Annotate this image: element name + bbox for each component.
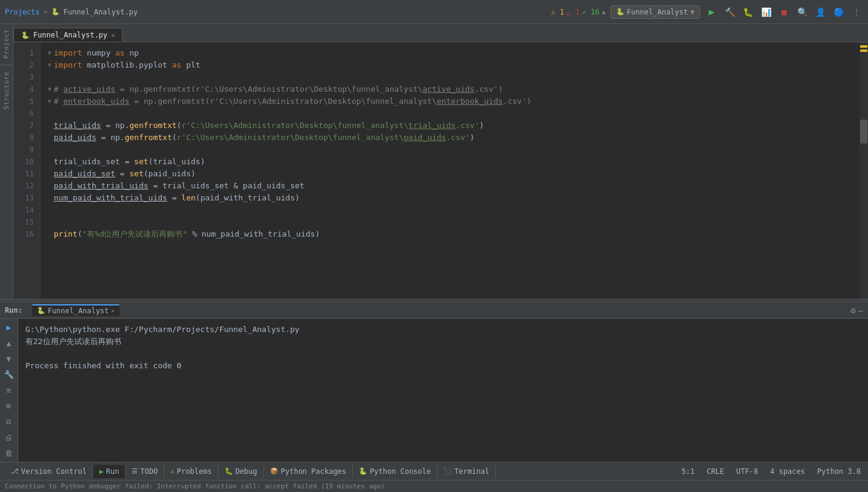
panel-list-btn[interactable]: ≡ [2, 384, 16, 396]
code-line-7: ▼ trial_uids = np.genfromtxt(r'C:\Users\… [48, 120, 852, 132]
python-console-icon: 🐍 [359, 467, 367, 475]
panel-delete-btn[interactable]: 🗑 [2, 447, 16, 459]
panel-scroll-down-btn[interactable]: ▼ [2, 353, 16, 365]
stop-button[interactable]: ■ [777, 5, 791, 19]
status-python-version[interactable]: Python 3.8 [815, 466, 863, 477]
status-tab-python-packages[interactable]: 📦 Python Packages [264, 465, 353, 478]
fold-icon-5[interactable]: ▼ [48, 95, 51, 107]
breadcrumb-sep: > [43, 8, 48, 16]
scroll-thumb[interactable] [860, 120, 867, 144]
main-area: Project Structure 🐍 Funnel_Analyst.py ✕ … [0, 24, 868, 299]
panel-minimize-icon[interactable]: — [858, 305, 863, 315]
code-line-4: ▼ # active_uids = np.genfromtxt(r'C:\Use… [48, 83, 852, 95]
project-sidebar-label[interactable]: Project [2, 24, 11, 63]
code-line-16: ▼ print("有%d位用户先试读后再购书" % num_paid_with_… [48, 228, 852, 240]
tab-file-icon: 🐍 [21, 31, 30, 39]
todo-icon: ☰ [132, 467, 138, 475]
status-tab-run[interactable]: ▶ Run [93, 465, 126, 478]
terminal-label: Terminal [454, 467, 489, 476]
run-config-selector[interactable]: 🐍 Funnel_Analyst ▼ [611, 5, 700, 19]
console-output: G:\Python\python.exe F:/Pycharm/Projects… [18, 319, 868, 462]
search-button[interactable]: 🔍 [796, 5, 809, 19]
code-line-11: ▼ paid_uids_set = set(paid_uids) [48, 168, 852, 180]
bottom-panel: Run: 🐍 Funnel_Analyst ✕ ⚙ — ▶ ▲ ▼ 🔧 ≡ ⊞ … [0, 302, 868, 462]
python-packages-label: Python Packages [281, 467, 346, 476]
scroll-warning-1 [860, 45, 867, 48]
console-line-2: 有22位用户先试读后再购书 [25, 336, 861, 348]
chevron-up-icon[interactable]: ▲ [602, 8, 606, 15]
status-right: 5:1 CRLE UTF-8 4 spaces Python 3.8 [679, 466, 863, 477]
notification-bar: Connection to Python debugger failed: In… [0, 480, 868, 492]
menu-button[interactable]: ⋮ [850, 5, 863, 19]
fold-icon-1[interactable]: ▼ [48, 47, 51, 59]
code-editor[interactable]: 1 2 3 4 5 6 7 8 9 10 11 12 13 14 15 16 [13, 42, 868, 299]
structure-sidebar-label[interactable]: Structure [2, 66, 11, 114]
code-line-5: ▼ # enterbook_uids = np.genfromtxt(r'C:\… [48, 95, 852, 107]
tab-file-name: Funnel_Analyst.py [33, 31, 108, 39]
panel-right-actions: ⚙ — [850, 305, 863, 315]
panel-content: ▶ ▲ ▼ 🔧 ≡ ⊞ ⊟ 🖨 🗑 G:\Python\python.exe F… [0, 319, 868, 462]
panel-tab-name: Funnel_Analyst [48, 307, 109, 315]
code-line-9 [48, 144, 852, 156]
status-tab-version-control[interactable]: ⎇ Version Control [5, 465, 93, 478]
fold-icon-2[interactable]: ▼ [48, 59, 51, 71]
debug-button[interactable]: 🐛 [741, 5, 754, 19]
profile-button[interactable]: 👤 [814, 5, 827, 19]
panel-scroll-up-btn[interactable]: ▲ [2, 337, 16, 349]
more-button[interactable]: 🔵 [832, 5, 845, 19]
run-button[interactable]: ▶ [705, 5, 718, 19]
panel-run-btn[interactable]: ▶ [2, 321, 16, 333]
panel-print-btn[interactable]: 🖨 [2, 432, 16, 444]
run-tab-icon: ▶ [99, 467, 103, 476]
tab-close-button[interactable]: ✕ [111, 31, 115, 39]
code-line-2: ▼ import matplotlib.pyplot as plt [48, 59, 852, 71]
warning-indicator: ⚠ 1 [551, 8, 564, 16]
status-position[interactable]: 5:1 [679, 466, 697, 477]
status-tab-todo[interactable]: ☰ TODO [126, 465, 164, 478]
notification-text: Connection to Python debugger failed: In… [5, 482, 385, 490]
status-tab-python-console[interactable]: 🐍 Python Console [353, 465, 437, 478]
fold-icon-4[interactable]: ▼ [48, 83, 51, 95]
todo-label: TODO [140, 467, 158, 476]
build-button[interactable]: 🔨 [723, 5, 736, 19]
debug-label: Debug [236, 467, 257, 476]
console-line-1: G:\Python\python.exe F:/Pycharm/Projects… [25, 324, 861, 336]
scroll-track[interactable] [860, 42, 868, 299]
coverage-button[interactable]: 📊 [759, 5, 773, 19]
code-line-1: ▼ import numpy as np [48, 47, 852, 59]
file-icon: 🐍 [51, 8, 60, 16]
code-content[interactable]: ▼ import numpy as np ▼ import matplotlib… [40, 42, 860, 299]
editor-area: 🐍 Funnel_Analyst.py ✕ 1 2 3 4 5 6 7 8 9 … [13, 24, 868, 299]
version-control-label: Version Control [21, 467, 86, 476]
panel-tab-funnel-analyst[interactable]: 🐍 Funnel_Analyst ✕ [32, 304, 120, 316]
ok-indicator: ✓ 16 [582, 8, 600, 16]
console-line-4: Process finished with exit code 0 [25, 360, 861, 372]
panel-remove-row-btn[interactable]: ⊟ [2, 416, 16, 428]
run-config-label: Funnel_Analyst [627, 8, 688, 16]
dropdown-icon: ▼ [690, 8, 695, 16]
panel-settings-icon[interactable]: ⚙ [850, 305, 855, 315]
run-config-icon: 🐍 [616, 8, 625, 16]
status-encoding[interactable]: CRLE [704, 466, 727, 477]
code-line-12: ▼ paid_with_trial_uids = trial_uids_set … [48, 180, 852, 192]
projects-link[interactable]: Projects [5, 8, 40, 16]
editor-tab-active[interactable]: 🐍 Funnel_Analyst.py ✕ [13, 28, 123, 42]
panel-tab-close[interactable]: ✕ [111, 307, 115, 314]
status-tab-problems[interactable]: ⚠ Problems [164, 465, 218, 478]
panel-wrench-btn[interactable]: 🔧 [2, 368, 16, 380]
panel-toolbar: ▶ ▲ ▼ 🔧 ≡ ⊞ ⊟ 🖨 🗑 [0, 319, 18, 462]
debug-icon: 🐛 [225, 467, 233, 475]
code-line-8: ▼ paid_uids = np.genfromtxt(r'C:\Users\A… [48, 132, 852, 144]
panel-tab-icon: 🐍 [37, 307, 45, 315]
status-tabs: ⎇ Version Control ▶ Run ☰ TODO ⚠ Problem… [5, 465, 679, 478]
run-tab-label: Run [106, 467, 120, 476]
panel-add-row-btn[interactable]: ⊞ [2, 400, 16, 412]
code-line-6 [48, 107, 852, 120]
code-indicators: ⚠ 1 △ 1 ✓ 16 ▲ [551, 8, 605, 16]
status-tab-terminal[interactable]: ⬛ Terminal [437, 465, 496, 478]
status-charset[interactable]: UTF-8 [734, 466, 760, 477]
status-tab-debug[interactable]: 🐛 Debug [219, 465, 264, 478]
top-bar: Projects > 🐍 Funnel_Analyst.py ⚠ 1 △ 1 ✓… [0, 0, 868, 24]
status-spaces[interactable]: 4 spaces [768, 466, 808, 477]
left-sidebar: Project Structure [0, 24, 13, 299]
